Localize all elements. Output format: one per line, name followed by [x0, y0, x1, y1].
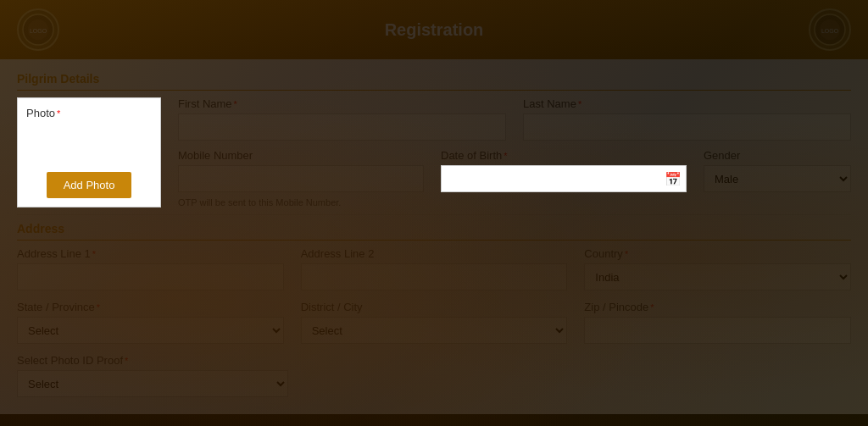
dob-input[interactable] [441, 165, 687, 192]
photo-label: Photo* [26, 107, 60, 119]
calendar-icon[interactable]: 📅 [665, 171, 682, 187]
add-photo-button[interactable]: Add Photo [47, 172, 132, 198]
photo-box: Photo* Add Photo [17, 97, 161, 207]
dob-wrapper: 📅 [441, 165, 687, 192]
photo-required-star: * [57, 108, 60, 119]
